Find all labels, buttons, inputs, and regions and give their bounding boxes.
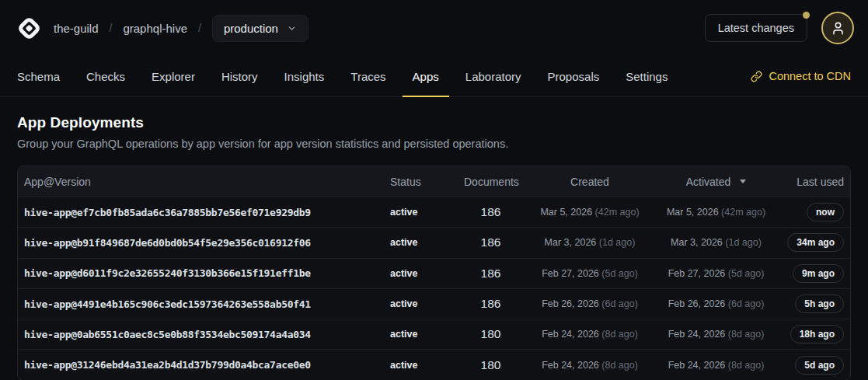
created-ago: (8d ago) [601, 329, 638, 340]
status-cell: active [384, 207, 458, 218]
column-app-version[interactable]: App@Version [18, 176, 384, 188]
activated-ago: (42m ago) [721, 207, 765, 218]
app-version-cell[interactable]: hive-app@31246ebd4a31ea2b4d1d37b799d0a4b… [18, 359, 384, 371]
activated-date: Mar 3, 2026 [671, 237, 723, 248]
status-cell: active [384, 298, 458, 309]
column-activated-label: Activated [686, 176, 731, 188]
tab-settings[interactable]: Settings [626, 56, 668, 96]
documents-cell: 186 [458, 297, 524, 311]
nav-tabs: SchemaChecksExplorerHistoryInsightsTrace… [17, 56, 668, 96]
app-version-cell[interactable]: hive-app@d6011f9c2e32655240f3130b366e15f… [18, 267, 384, 279]
latest-changes-button[interactable]: Latest changes [705, 14, 807, 42]
created-date: Feb 24, 2026 [542, 329, 599, 340]
created-cell: Feb 26, 2026 (6d ago) [524, 298, 656, 309]
breadcrumb-separator: / [110, 22, 113, 34]
status-cell: active [384, 237, 458, 248]
user-icon [831, 21, 845, 36]
chevron-down-icon [287, 23, 297, 33]
created-ago: (1d ago) [599, 237, 636, 248]
column-documents[interactable]: Documents [458, 176, 524, 188]
table-row[interactable]: hive-app@31246ebd4a31ea2b4d1d37b799d0a4b… [18, 349, 850, 379]
latest-changes-label: Latest changes [718, 22, 794, 34]
created-cell: Feb 24, 2026 (8d ago) [524, 329, 656, 340]
last-used-badge: now [807, 203, 844, 221]
activated-ago: (8d ago) [728, 329, 765, 340]
deployments-table: App@Version Status Documents Created Act… [17, 166, 851, 380]
activated-date: Feb 27, 2026 [668, 268, 726, 279]
documents-cell: 186 [458, 235, 524, 249]
top-bar: the-guild / graphql-hive / production La… [0, 0, 868, 56]
last-used-cell: now [776, 203, 850, 221]
column-created[interactable]: Created [524, 176, 656, 188]
table-row[interactable]: hive-app@4491e4b165c906c3edc1597364263e5… [18, 288, 850, 319]
created-ago: (42m ago) [595, 207, 640, 218]
last-used-cell: 34m ago [776, 233, 850, 252]
last-used-cell: 5h ago [776, 295, 850, 313]
tab-history[interactable]: History [221, 56, 258, 96]
table-row[interactable]: hive-app@b91f849687de6d0bd0b54f5e29e356c… [18, 227, 850, 257]
created-ago: (6d ago) [601, 298, 638, 309]
documents-cell: 180 [458, 327, 524, 341]
created-cell: Feb 27, 2026 (5d ago) [524, 268, 656, 279]
activated-cell: Mar 5, 2026 (42m ago) [656, 207, 776, 218]
created-ago: (5d ago) [601, 268, 638, 279]
page-subtitle: Group your GraphQL operations by app ver… [17, 138, 851, 150]
app-version-cell[interactable]: hive-app@0ab6551c0aec8c5e0b88f3534ebc509… [18, 329, 384, 340]
tab-insights[interactable]: Insights [284, 56, 325, 96]
tab-checks[interactable]: Checks [86, 56, 125, 96]
table-row[interactable]: hive-app@ef7cb0fb85ada6c36a7885bb7e56ef0… [18, 197, 850, 227]
breadcrumb-org[interactable]: the-guild [54, 22, 99, 35]
column-last-used[interactable]: Last used [776, 176, 850, 188]
created-cell: Mar 5, 2026 (42m ago) [524, 207, 656, 218]
connect-to-cdn-label: Connect to CDN [769, 70, 851, 82]
main-nav: SchemaChecksExplorerHistoryInsightsTrace… [0, 56, 868, 97]
sort-desc-icon [740, 180, 746, 183]
activated-cell: Mar 3, 2026 (1d ago) [656, 237, 776, 248]
app-version-cell[interactable]: hive-app@4491e4b165c906c3edc1597364263e5… [18, 298, 384, 310]
activated-date: Feb 26, 2026 [668, 298, 726, 309]
breadcrumb-project[interactable]: graphql-hive [123, 22, 187, 35]
table-row[interactable]: hive-app@d6011f9c2e32655240f3130b366e15f… [18, 258, 850, 288]
tab-traces[interactable]: Traces [350, 56, 385, 96]
last-used-cell: 9m ago [776, 264, 850, 283]
created-date: Mar 5, 2026 [540, 207, 592, 218]
activated-cell: Feb 24, 2026 (8d ago) [656, 329, 776, 340]
documents-cell: 186 [458, 267, 524, 281]
table-header: App@Version Status Documents Created Act… [18, 166, 850, 197]
target-selector[interactable]: production [212, 15, 309, 42]
connect-to-cdn-link[interactable]: Connect to CDN [751, 56, 851, 96]
documents-cell: 180 [458, 358, 524, 372]
tab-laboratory[interactable]: Laboratory [465, 56, 521, 96]
created-ago: (8d ago) [601, 360, 638, 371]
tab-schema[interactable]: Schema [17, 56, 60, 96]
app-version-cell[interactable]: hive-app@ef7cb0fb85ada6c36a7885bb7e56ef0… [18, 207, 384, 218]
last-used-badge: 9m ago [793, 264, 844, 283]
created-date: Feb 24, 2026 [542, 360, 599, 371]
activated-cell: Feb 24, 2026 (8d ago) [656, 360, 776, 371]
activated-ago: (5d ago) [728, 268, 765, 279]
activated-date: Mar 5, 2026 [667, 207, 719, 218]
table-body: hive-app@ef7cb0fb85ada6c36a7885bb7e56ef0… [18, 197, 850, 380]
column-status[interactable]: Status [384, 176, 458, 188]
last-used-badge: 18h ago [790, 325, 844, 343]
tab-proposals[interactable]: Proposals [548, 56, 600, 96]
column-activated[interactable]: Activated [656, 176, 776, 188]
tab-apps[interactable]: Apps [413, 56, 439, 96]
notification-dot [803, 12, 810, 19]
activated-cell: Feb 26, 2026 (6d ago) [656, 298, 776, 309]
activated-ago: (1d ago) [725, 237, 762, 248]
user-avatar-button[interactable] [821, 12, 854, 44]
status-cell: active [384, 329, 458, 340]
main-content: App Deployments Group your GraphQL opera… [0, 97, 868, 380]
link-icon [751, 71, 762, 82]
hive-logo-icon[interactable] [14, 13, 44, 43]
last-used-badge: 34m ago [787, 233, 844, 252]
table-row[interactable]: hive-app@0ab6551c0aec8c5e0b88f3534ebc509… [18, 319, 850, 349]
tab-explorer[interactable]: Explorer [152, 56, 195, 96]
activated-ago: (8d ago) [728, 360, 765, 371]
app-version-cell[interactable]: hive-app@b91f849687de6d0bd0b54f5e29e356c… [18, 237, 384, 249]
created-cell: Mar 3, 2026 (1d ago) [524, 237, 656, 248]
status-cell: active [384, 268, 458, 279]
activated-date: Feb 24, 2026 [668, 329, 726, 340]
last-used-cell: 5d ago [776, 356, 850, 375]
